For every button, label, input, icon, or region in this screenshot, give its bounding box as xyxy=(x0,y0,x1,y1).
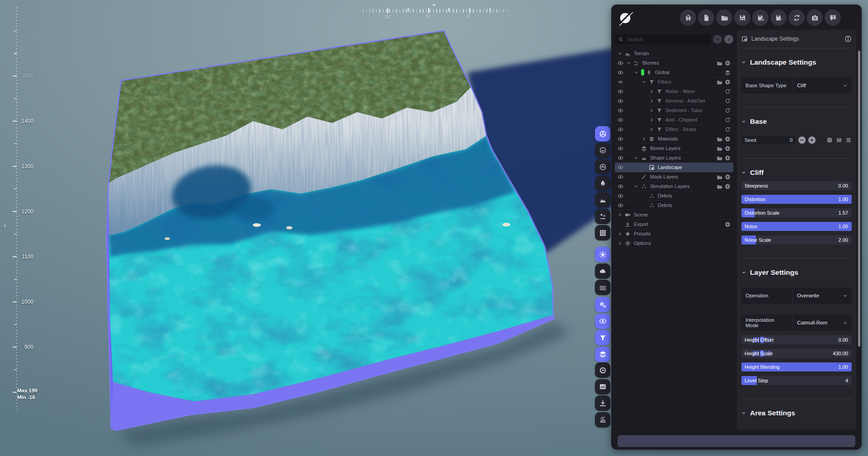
visibility-toggle[interactable] xyxy=(618,146,626,151)
terrain-contour-view-button[interactable] xyxy=(595,159,610,174)
tree-row-sediment-talus[interactable]: Sediment - Talus xyxy=(615,106,733,115)
visibility-toggle[interactable] xyxy=(618,79,626,85)
mountain-view-button[interactable] xyxy=(595,192,610,207)
expand-toggle[interactable] xyxy=(649,118,656,122)
open-project-button[interactable] xyxy=(716,9,732,26)
expand-toggle[interactable] xyxy=(649,89,656,94)
info-icon[interactable] xyxy=(844,35,852,42)
refresh-button[interactable] xyxy=(723,127,731,132)
tree-row-materials[interactable]: Materials xyxy=(615,134,733,144)
tree-row-scene[interactable]: Scene xyxy=(615,210,733,220)
clouds-button[interactable] xyxy=(595,263,610,279)
biome-view-button[interactable] xyxy=(595,209,610,224)
visibility-toggle[interactable] xyxy=(618,165,626,170)
expand-toggle[interactable] xyxy=(626,61,633,66)
refresh-button[interactable] xyxy=(723,89,731,94)
folder-button[interactable] xyxy=(715,60,723,66)
search-box[interactable] xyxy=(615,34,711,44)
folder-button[interactable] xyxy=(715,183,723,189)
refresh-button[interactable] xyxy=(723,108,731,113)
section-heading-landscape-settings[interactable]: Landscape Settings xyxy=(741,58,852,66)
tree-row-debris[interactable]: Debris xyxy=(615,201,733,210)
tree-row-shape-layers[interactable]: Shape Layers xyxy=(615,153,733,163)
sync-button[interactable] xyxy=(788,9,805,26)
water-sim-button[interactable] xyxy=(595,280,610,295)
left-panel-expand-arrow[interactable]: › xyxy=(4,221,6,230)
tree-row-options[interactable]: Options xyxy=(615,239,733,248)
section-heading-area-settings[interactable]: Area Settings xyxy=(741,409,852,417)
visibility-toggle[interactable] xyxy=(618,136,626,142)
save-button[interactable] xyxy=(734,9,750,26)
distortion-scale-slider[interactable]: Distortion Scale1.57 xyxy=(741,208,852,217)
interpolation-mode-dropdown[interactable]: Catmull-Rom xyxy=(793,315,852,331)
plus-button[interactable] xyxy=(723,146,731,151)
tree-row-biomes[interactable]: Biomes xyxy=(615,58,733,68)
tree-row-global[interactable]: Global xyxy=(615,68,733,77)
record-button[interactable] xyxy=(595,362,610,378)
refresh-button[interactable] xyxy=(723,98,731,104)
expand-toggle[interactable] xyxy=(642,136,649,141)
expand-toggle[interactable] xyxy=(649,108,656,113)
export-quick-button[interactable] xyxy=(595,395,610,411)
expand-toggle[interactable] xyxy=(618,231,625,236)
noise-slider[interactable]: Noise1.00 xyxy=(741,222,852,231)
water-view-button[interactable] xyxy=(595,176,610,191)
folder-button[interactable] xyxy=(715,155,723,161)
height-offset-slider[interactable]: Height Offset0.00 xyxy=(741,335,852,344)
expand-toggle[interactable] xyxy=(618,212,625,217)
section-heading-cliff[interactable]: Cliff xyxy=(741,169,852,177)
home-button[interactable] xyxy=(680,9,696,26)
plus-button[interactable] xyxy=(723,79,731,85)
base-shape-type-dropdown[interactable]: Cliff xyxy=(793,77,852,94)
seed-field[interactable]: Seed0 xyxy=(741,136,796,145)
expand-toggle[interactable] xyxy=(634,155,641,160)
visibility-toggle[interactable] xyxy=(618,174,626,180)
settings-scrollbar[interactable] xyxy=(858,51,860,347)
compass-bar[interactable]: WNES xyxy=(348,0,522,24)
refresh-button[interactable] xyxy=(723,117,731,123)
seed-decrement-button[interactable] xyxy=(798,136,806,144)
visibility-toggle[interactable] xyxy=(618,155,626,161)
tree-row-presets[interactable]: Presets xyxy=(615,229,733,239)
visibility-toggle[interactable] xyxy=(618,98,626,104)
tree-row-general-add-set[interactable]: General - Add/Set xyxy=(615,96,733,106)
folder-button[interactable] xyxy=(715,146,723,151)
plus-button[interactable] xyxy=(723,221,731,227)
expand-toggle[interactable] xyxy=(634,184,641,189)
visibility-toggle[interactable] xyxy=(618,117,626,123)
save-as-button[interactable] xyxy=(752,9,769,26)
grid-view-button[interactable] xyxy=(595,225,610,240)
operation-dropdown[interactable]: Overwrite xyxy=(793,287,852,304)
snapshot-button[interactable] xyxy=(595,379,610,395)
level-step-slider[interactable]: Level Step4 xyxy=(741,376,852,385)
expand-toggle[interactable] xyxy=(618,51,625,56)
section-heading-layer-settings[interactable]: Layer Settings xyxy=(741,268,852,277)
tree-row-arid-chipped[interactable]: Arid - Chipped xyxy=(615,115,733,125)
expand-toggle[interactable] xyxy=(642,80,649,85)
visibility-toggle[interactable] xyxy=(618,127,626,132)
tree-row-filters[interactable]: Filters xyxy=(615,77,733,87)
visibility-toggle[interactable] xyxy=(618,202,626,208)
height-blending-slider[interactable]: Height Blending1.00 xyxy=(741,362,852,371)
search-next-button[interactable] xyxy=(724,35,733,44)
search-expand-button[interactable] xyxy=(713,35,722,44)
terrain-view-button[interactable] xyxy=(595,126,610,141)
expand-toggle[interactable] xyxy=(618,241,625,246)
visibility-toggle[interactable] xyxy=(618,89,626,94)
plus-button[interactable] xyxy=(723,136,731,142)
save-edit-button[interactable] xyxy=(770,9,787,26)
plus-button[interactable] xyxy=(723,183,731,189)
tree-row-debris[interactable]: Debris xyxy=(615,191,733,201)
folder-button[interactable] xyxy=(715,174,723,180)
search-input[interactable] xyxy=(626,36,708,42)
plus-button[interactable] xyxy=(723,155,731,161)
screenshot-button[interactable] xyxy=(807,9,823,26)
randomize-seed-button[interactable] xyxy=(826,137,833,143)
folder-button[interactable] xyxy=(715,136,723,142)
plus-button[interactable] xyxy=(723,60,731,66)
new-file-button[interactable] xyxy=(698,9,714,26)
tree-row-landscape[interactable]: Landscape xyxy=(615,163,733,172)
visibility-toggle[interactable] xyxy=(618,108,626,113)
visibility-toggle[interactable] xyxy=(618,70,626,75)
plus-button[interactable] xyxy=(723,174,731,180)
